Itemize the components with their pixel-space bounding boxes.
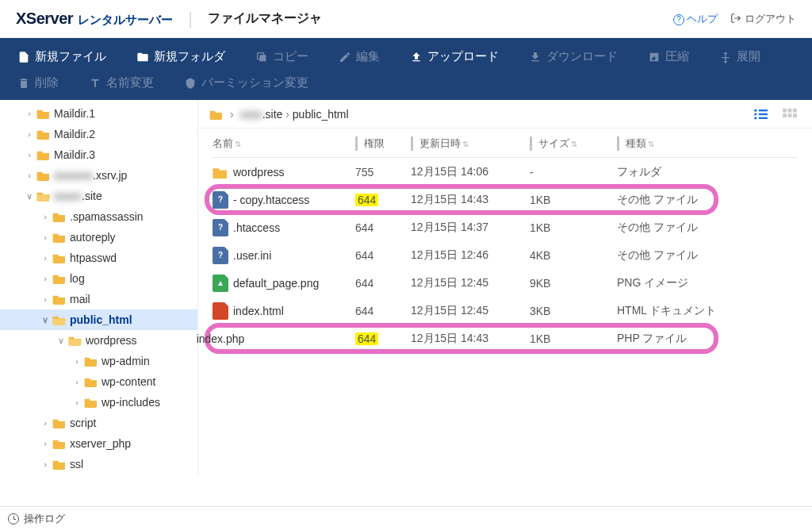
chevron-icon[interactable]: › <box>24 150 35 159</box>
new-file-button[interactable]: 新規ファイル <box>17 49 106 64</box>
folder-icon <box>52 314 67 325</box>
col-perm[interactable]: 権限 <box>355 136 411 151</box>
col-date[interactable]: 更新日時⇅ <box>411 136 530 151</box>
file-row[interactable]: wordpress 755 12月15日 14:06 - フォルダ <box>213 158 798 186</box>
tool-label: パーミッション変更 <box>201 75 308 90</box>
file-row[interactable]: ?- copy.htaccess 644 12月15日 14:43 1KB その… <box>213 186 798 213</box>
rename-button: 名前変更 <box>89 75 154 90</box>
folder-icon <box>84 397 98 408</box>
extract-icon <box>719 51 732 63</box>
tree-label: wp-includes <box>102 396 160 409</box>
chevron-icon[interactable]: › <box>24 171 35 180</box>
bottom-bar[interactable]: 操作ログ <box>0 506 812 530</box>
folder-icon <box>36 149 51 160</box>
edit-icon <box>339 51 351 63</box>
main: ›Maildir.1›Maildir.2›Maildir.3›xxxxxxx.x… <box>0 100 812 476</box>
logout-link[interactable]: ログアウト <box>730 12 796 26</box>
breadcrumb-segment[interactable]: xxxx.site <box>240 108 283 121</box>
table-header: 名前⇅ 権限 更新日時⇅ サイズ⇅ 種類⇅ <box>213 136 798 158</box>
tree-item[interactable]: ›wp-content <box>0 371 197 392</box>
tree-item[interactable]: ›wp-includes <box>0 392 197 413</box>
file-date: 12月15日 12:45 <box>411 304 530 318</box>
copy-button: コピー <box>255 49 308 64</box>
file-type: その他 ファイル <box>617 193 798 207</box>
chevron-icon[interactable]: › <box>40 459 51 469</box>
chevron-icon[interactable]: › <box>40 274 51 283</box>
file-row[interactable]: index.html 644 12月15日 12:45 3KB HTML ドキュ… <box>213 297 798 325</box>
file-row[interactable]: ?.htaccess 644 12月15日 14:37 1KB その他 ファイル <box>213 213 798 241</box>
file-row[interactable]: ▲default_page.png 644 12月15日 12:45 9KB P… <box>213 269 798 297</box>
list-view-button[interactable] <box>750 106 772 123</box>
col-type[interactable]: 種類⇅ <box>617 136 798 151</box>
col-size[interactable]: サイズ⇅ <box>530 136 617 151</box>
svg-rect-10 <box>793 108 797 112</box>
chevron-icon[interactable]: ∨ <box>40 315 51 325</box>
tree-item[interactable]: ›autoreply <box>0 227 197 248</box>
file-date: 12月15日 14:06 <box>411 165 530 179</box>
tree-item[interactable]: ›xserver_php <box>0 433 197 454</box>
tree-item[interactable]: ›.spamassassin <box>0 206 197 227</box>
col-name[interactable]: 名前⇅ <box>213 136 355 151</box>
tree-item[interactable]: ›xxxxxxx.xsrv.jp <box>0 165 197 186</box>
chevron-icon[interactable]: › <box>40 418 51 428</box>
chevron-icon[interactable]: › <box>71 356 82 366</box>
tree-item[interactable]: ›Maildir.3 <box>0 144 197 165</box>
download-button: ダウンロード <box>529 49 618 64</box>
unknown-icon: ? <box>213 192 228 208</box>
upload-icon <box>410 51 423 63</box>
tree-item[interactable]: ›log <box>0 268 197 289</box>
chevron-icon[interactable]: ∨ <box>24 191 35 202</box>
tool-label: コピー <box>273 49 308 64</box>
breadcrumb-segment[interactable]: public_html <box>293 108 349 121</box>
tree-item[interactable]: ›script <box>0 413 197 433</box>
breadcrumb-sep: › <box>230 108 234 121</box>
chevron-icon[interactable]: ∨ <box>56 336 67 346</box>
tree-item[interactable]: ∨public_html <box>0 309 197 330</box>
folder-icon <box>36 108 51 119</box>
tree-item[interactable]: ›htpasswd <box>0 248 197 268</box>
tree-item[interactable]: ›Maildir.2 <box>0 124 197 144</box>
chevron-icon[interactable]: › <box>40 212 51 221</box>
tree-item[interactable]: ›ssl <box>0 454 197 474</box>
tree-item[interactable]: ∨wordpress <box>0 330 197 351</box>
new-folder-button[interactable]: 新規フォルダ <box>136 49 225 64</box>
tree-item[interactable]: ›wp-admin <box>0 351 197 371</box>
chevron-icon[interactable]: › <box>40 439 51 448</box>
tool-label: 展開 <box>737 49 760 64</box>
file-size: 9KB <box>530 277 617 290</box>
chevron-icon[interactable]: › <box>40 294 51 304</box>
upload-button[interactable]: アップロード <box>410 49 499 64</box>
sidebar-tree[interactable]: ›Maildir.1›Maildir.2›Maildir.3›xxxxxxx.x… <box>0 100 198 476</box>
file-name: index.html <box>233 305 284 317</box>
unknown-icon: ? <box>213 248 228 263</box>
folder-icon <box>36 190 51 202</box>
compress-icon <box>648 51 661 63</box>
chevron-icon[interactable]: › <box>40 232 51 242</box>
tree-label: script <box>70 417 96 429</box>
help-label: ヘルプ <box>687 13 718 25</box>
file-size: - <box>530 166 617 179</box>
php-icon: index.php <box>213 331 228 347</box>
tree-item[interactable]: ∨xxxxx.site <box>0 186 197 206</box>
chevron-icon[interactable]: › <box>71 398 82 407</box>
chevron-icon[interactable]: › <box>24 129 35 139</box>
delete-icon <box>17 77 30 90</box>
file-date: 12月15日 14:43 <box>411 193 530 207</box>
help-link[interactable]: ?ヘルプ <box>673 12 718 26</box>
file-name: default_page.png <box>233 277 319 290</box>
chevron-icon[interactable]: › <box>24 109 35 118</box>
chevron-icon[interactable]: › <box>71 377 82 386</box>
file-row[interactable]: index.php 644 12月15日 14:43 1KB PHP ファイル <box>213 325 798 352</box>
tree-item[interactable]: ›Maildir.1 <box>0 103 197 124</box>
tool-label: アップロード <box>427 49 499 64</box>
file-size: 1KB <box>530 332 617 345</box>
clock-icon <box>8 513 19 524</box>
file-row[interactable]: ?.user.ini 644 12月15日 12:46 4KB その他 ファイル <box>213 241 798 269</box>
folder-icon <box>36 129 51 140</box>
grid-view-button[interactable] <box>779 106 801 123</box>
chevron-icon[interactable]: › <box>40 253 51 263</box>
file-type: PHP ファイル <box>617 332 798 346</box>
tree-label: xserver_php <box>70 437 131 450</box>
folder-icon <box>52 438 67 449</box>
tree-item[interactable]: ›mail <box>0 289 197 309</box>
